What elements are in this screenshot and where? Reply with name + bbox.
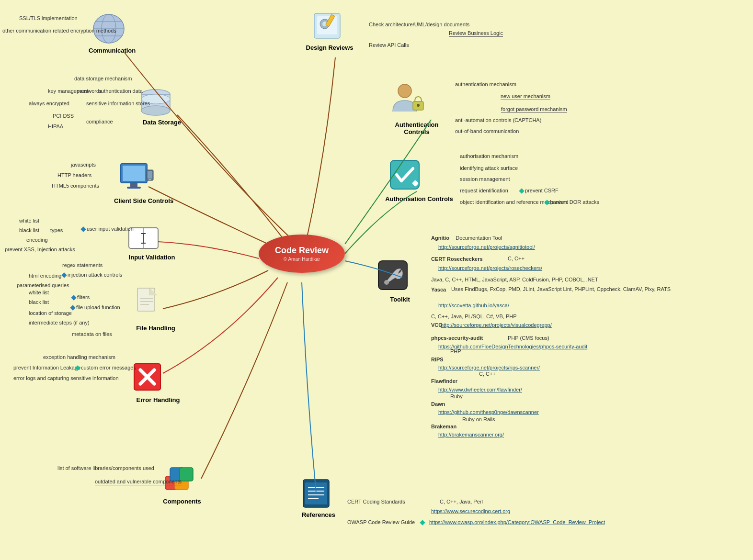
- auth-item-1: authentication mechanism: [455, 81, 516, 87]
- input-item-bl: black list: [19, 227, 39, 233]
- communication-label: Communication: [89, 47, 132, 54]
- client-icon: [120, 163, 154, 195]
- authz-icon: [388, 158, 422, 193]
- authz-item-2: identifying attack surface: [460, 165, 518, 171]
- svg-point-16: [417, 104, 420, 107]
- design-item-3: Review API Calls: [369, 42, 409, 48]
- ds-item-6: sensitive information stores: [86, 101, 150, 106]
- toolkit-cert-lang: C, C++: [508, 256, 525, 261]
- authz-item-1: authorisation mechanism: [460, 153, 518, 159]
- authz-item-4: request identification: [460, 188, 508, 193]
- file-item-meta: metadata on files: [72, 331, 112, 337]
- file-icon: [136, 287, 162, 322]
- file-item-filters: filters: [72, 294, 90, 300]
- ds-item-compliance: compliance: [86, 119, 113, 124]
- input-label: Input Validation: [121, 254, 183, 261]
- ds-item-5: always encrypted: [29, 101, 69, 106]
- client-item-2: HTTP headers: [57, 172, 91, 178]
- svg-rect-21: [130, 183, 137, 187]
- toolkit-cert-url: http://sourceforge.net/projects/rosechec…: [438, 265, 542, 271]
- file-item-wl: white list: [29, 290, 49, 295]
- input-item-uiv: user input validation: [81, 226, 134, 232]
- authz-label: Authorisation Controls: [383, 195, 455, 202]
- toolkit-rips-url: http://sourceforge.net/projects/rips-sca…: [438, 365, 540, 370]
- auth-item-4: anti-automation controls (CAPTCHA): [455, 117, 541, 123]
- ref-cert-lang: C, C++, Java, Perl: [440, 499, 483, 504]
- svg-rect-44: [305, 482, 327, 504]
- design-icon: [310, 10, 344, 44]
- svg-point-12: [141, 106, 170, 115]
- svg-rect-24: [148, 171, 152, 179]
- file-item-upload: file upload function: [71, 304, 120, 310]
- toolkit-flawfinder-lang: C, C++: [479, 371, 496, 377]
- mind-map: Code Review © Aman Hardikar Communicatio…: [0, 0, 753, 560]
- center-title: Code Review: [275, 246, 329, 256]
- ref-owasp-diamond: [421, 519, 426, 525]
- svg-rect-20: [123, 166, 145, 181]
- svg-rect-42: [180, 468, 193, 481]
- client-item-3: HTML5 components: [52, 183, 99, 189]
- ref-owasp-url: https://www.owasp.org/index.php/Category…: [429, 519, 605, 525]
- auth-item-3: forgot password mechanism: [501, 106, 567, 113]
- toolkit-cert: CERT Rosecheckers: [431, 256, 483, 262]
- auth-label: Authentication Controls: [383, 121, 450, 135]
- toolkit-label: Toolkit: [376, 296, 424, 303]
- error-icon: [132, 361, 163, 394]
- comp-item-2: outdated and vulnerable components: [95, 479, 182, 485]
- toolkit-dawn-lang: Ruby: [450, 393, 463, 399]
- file-item-steps: intermediate steps (if any): [29, 320, 90, 325]
- comm-item-1: SSL/TLS implementation: [19, 15, 78, 21]
- authz-item-prevent-dor: prevent DOR attacks: [545, 199, 599, 205]
- ds-item-pci: PCI DSS: [53, 113, 74, 119]
- comm-item-2: other communication related encryption m…: [2, 28, 116, 34]
- ds-item-hipaa: HIPAA: [48, 123, 63, 129]
- toolkit-agnitio-url: http://sourceforge.net/projects/agnitiot…: [438, 244, 535, 250]
- references-label: References: [295, 511, 342, 518]
- toolkit-yasca-lang: Java, C, C++, HTML, JavaScript, ASP, Col…: [431, 277, 598, 282]
- design-item-1: Check architecture/UML/design documents: [369, 22, 469, 27]
- toolkit-phpcs-name: phpcs-security-audit: [431, 335, 483, 341]
- ds-item-4: authentication data: [98, 88, 143, 94]
- toolkit-yasca-detail: Uses FindBugs, FxCop, PMD, JLint, JavaSc…: [451, 286, 671, 292]
- toolkit-flawfinder-url: http://www.dwheeler.com/flawfinder/: [438, 387, 522, 392]
- input-item-xss: prevent XSS, Injection attacks: [5, 246, 75, 252]
- client-label: Client Side Controls: [113, 197, 175, 204]
- ref-owasp-name: OWASP Code Review Guide: [347, 519, 415, 525]
- client-item-1: javascripts: [71, 162, 96, 168]
- toolkit-agnitio: Agnitio Documentation Tool: [431, 235, 502, 241]
- input-item-wl: white list: [19, 218, 39, 224]
- authz-item-prevent-csrf: prevent CSRF: [520, 188, 559, 193]
- input-item-enc: encoding: [26, 237, 48, 243]
- file-label: File Handling: [127, 325, 184, 332]
- input-item-param: parameterised queries: [17, 282, 69, 288]
- toolkit-brakeman-url: http://brakemanscanner.org/: [438, 432, 504, 437]
- auth-item-5: out-of-band communication: [455, 128, 519, 134]
- references-icon: [299, 479, 333, 511]
- svg-point-14: [398, 84, 411, 98]
- toolkit-brakeman-name: Brakeman: [431, 424, 456, 429]
- error-label: Error Handling: [127, 396, 189, 403]
- error-item-4: error logs and capturing sensitive infor…: [13, 375, 119, 381]
- center-subtitle: © Aman Hardikar: [284, 257, 320, 262]
- authz-item-3: session management: [460, 176, 510, 182]
- input-item-regex: regex statements: [62, 262, 103, 268]
- toolkit-vcg-url: http://sourceforge.net/projects/visualco…: [441, 322, 552, 328]
- datastorage-label: Data Storage: [133, 119, 191, 126]
- input-item-html: html encoding: [29, 273, 62, 279]
- svg-rect-22: [127, 187, 141, 189]
- design-item-2: Review Business Logic: [449, 30, 503, 37]
- toolkit-phpcs-lang: PHP (CMS focus): [508, 335, 549, 341]
- toolkit-yasca-name: Yasca: [431, 286, 446, 293]
- center-node: Code Review © Aman Hardikar: [259, 235, 345, 273]
- ds-item-1: data storage mechanism: [74, 76, 132, 81]
- toolkit-vcg-lang: C, C++, Java, PL/SQL, C#, VB, PHP: [431, 314, 517, 319]
- toolkit-yasca-url: http://scovetta.github.io/yasca/: [438, 302, 509, 308]
- file-item-bl: black list: [29, 299, 49, 305]
- design-label: Design Reviews: [301, 44, 358, 51]
- file-item-loc: location of storage: [29, 310, 72, 316]
- input-item-types: types: [50, 227, 63, 233]
- svg-point-50: [384, 280, 389, 285]
- toolkit-rips-name: RIPS: [431, 357, 444, 362]
- error-item-3: custom error messages: [76, 365, 136, 370]
- auth-icon: [388, 80, 426, 120]
